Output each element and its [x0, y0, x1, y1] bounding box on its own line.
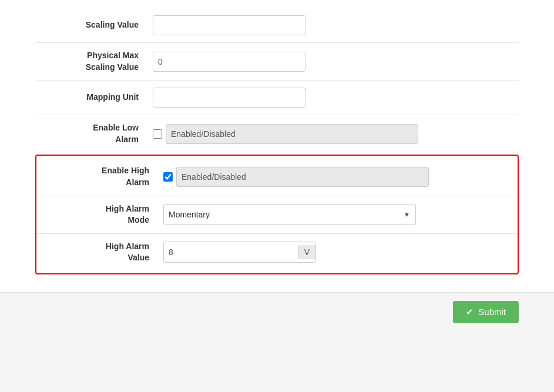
high-alarm-value-label: High Alarm Value	[46, 241, 163, 264]
high-alarm-value-row: High Alarm Value V	[36, 234, 518, 271]
top-section: Scaling Value Physical Max Scaling Value	[35, 6, 519, 155]
enable-low-alarm-control	[153, 124, 519, 144]
high-alarm-mode-select[interactable]: Momentary Latching Pulsing	[163, 204, 416, 225]
mapping-unit-row: Mapping Unit	[35, 81, 519, 115]
high-alarm-mode-select-wrapper: Momentary Latching Pulsing	[163, 204, 416, 225]
page-wrapper: Scaling Value Physical Max Scaling Value	[0, 0, 554, 331]
scaling-value-label: Scaling Value	[35, 19, 153, 31]
high-alarm-mode-label: High Alarm Mode	[46, 203, 163, 226]
high-alarm-value-unit: V	[298, 245, 315, 259]
physical-max-scaling-row: Physical Max Scaling Value	[35, 43, 519, 80]
high-alarm-mode-control: Momentary Latching Pulsing	[163, 204, 508, 225]
physical-max-scaling-control	[153, 52, 519, 72]
high-alarm-value-control: V	[163, 242, 508, 263]
highlighted-section: Enable High Alarm High Alarm Mode	[35, 155, 519, 274]
enable-high-alarm-control	[163, 167, 508, 187]
physical-max-scaling-input[interactable]	[153, 52, 305, 72]
enable-low-alarm-row: Enable Low Alarm	[35, 115, 519, 152]
high-alarm-value-input-wrap: V	[163, 242, 316, 263]
enable-high-alarm-text[interactable]	[176, 167, 429, 187]
enable-low-alarm-checkbox[interactable]	[153, 129, 162, 139]
enable-low-alarm-text[interactable]	[166, 124, 418, 144]
mapping-unit-control	[153, 88, 519, 108]
physical-max-scaling-label: Physical Max Scaling Value	[35, 50, 153, 73]
form-container: Scaling Value Physical Max Scaling Value	[0, 0, 554, 292]
scaling-value-row: Scaling Value	[35, 8, 519, 42]
enable-high-alarm-row: Enable High Alarm	[36, 158, 518, 195]
footer-bar: ✔ Submit	[0, 292, 554, 331]
scaling-value-control	[153, 15, 519, 35]
checkmark-icon: ✔	[466, 307, 474, 317]
submit-label: Submit	[478, 307, 506, 317]
high-alarm-value-input[interactable]	[164, 245, 298, 259]
enable-low-alarm-label: Enable Low Alarm	[35, 122, 153, 145]
mapping-unit-label: Mapping Unit	[35, 92, 153, 103]
submit-button[interactable]: ✔ Submit	[453, 301, 519, 323]
enable-high-alarm-label: Enable High Alarm	[46, 165, 163, 188]
high-alarm-mode-row: High Alarm Mode Momentary Latching Pulsi…	[36, 196, 518, 233]
enable-high-alarm-checkbox[interactable]	[163, 172, 173, 182]
mapping-unit-input[interactable]	[153, 88, 305, 108]
scaling-value-input[interactable]	[153, 15, 305, 35]
